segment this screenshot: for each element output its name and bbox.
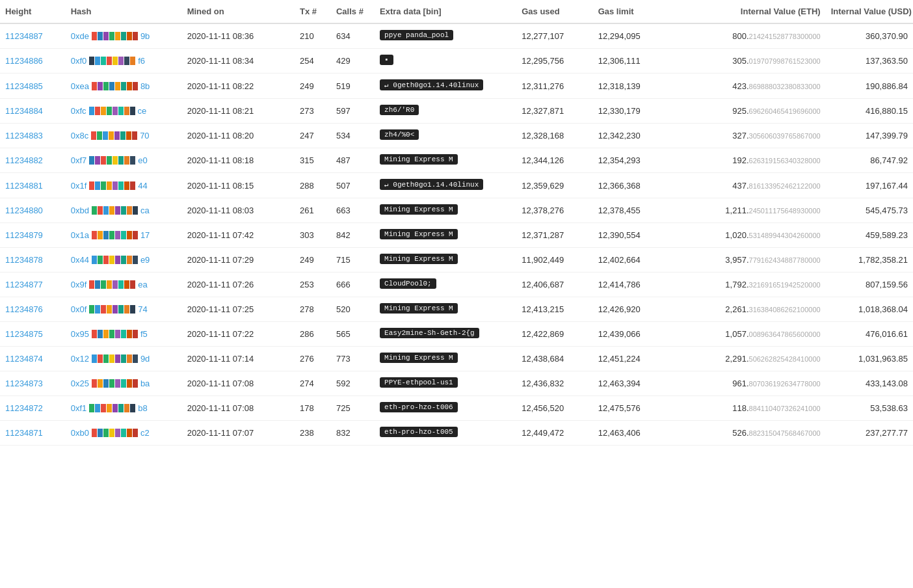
internal-usd-cell: 433,143.08 xyxy=(826,371,913,396)
hash-suffix-link[interactable]: ca xyxy=(140,206,150,215)
hash-suffix-link[interactable]: 17 xyxy=(140,230,150,240)
height-link[interactable]: 11234883 xyxy=(5,131,43,140)
hash-suffix-link[interactable]: 74 xyxy=(138,304,147,314)
hash-color-block xyxy=(101,181,106,190)
table-row: 11234879 0x1a 17 2020-11-11 07:42303842M… xyxy=(0,223,913,248)
hash-suffix-link[interactable]: ea xyxy=(138,280,147,289)
hash-link[interactable]: 0xfc xyxy=(71,106,86,116)
hash-suffix-link[interactable]: e9 xyxy=(140,255,150,265)
hash-link[interactable]: 0xf0 xyxy=(71,56,87,66)
hash-suffix-link[interactable]: c2 xyxy=(140,428,150,438)
height-link[interactable]: 11234886 xyxy=(5,56,43,66)
height-link[interactable]: 11234873 xyxy=(5,379,43,388)
hash-link[interactable]: 0x1f xyxy=(71,181,87,191)
mined-on-cell: 2020-11-11 07:08 xyxy=(182,371,295,396)
internal-eth-cell: 327.305606039765867000 xyxy=(666,124,826,148)
hash-color-block xyxy=(124,107,129,115)
hash-link[interactable]: 0xbd xyxy=(71,206,89,215)
hash-color-block xyxy=(109,354,114,363)
height-link[interactable]: 11234878 xyxy=(5,255,43,265)
hash-suffix-link[interactable]: ba xyxy=(140,379,150,388)
hash-color-block xyxy=(133,206,138,215)
hash-link[interactable]: 0x25 xyxy=(71,379,89,388)
height-link[interactable]: 11234877 xyxy=(5,280,43,289)
hash-color-block xyxy=(124,181,129,190)
height-link[interactable]: 11234871 xyxy=(5,428,43,438)
hash-link[interactable]: 0xb0 xyxy=(71,428,89,438)
hash-visual: 0xea 8b xyxy=(71,81,150,91)
hash-link[interactable]: 0xea xyxy=(71,81,89,91)
gas-used-cell: 12,413,215 xyxy=(516,297,592,322)
eth-main: 118. xyxy=(732,403,748,413)
hash-visual: 0x95 f5 xyxy=(71,329,148,339)
hash-suffix-link[interactable]: f5 xyxy=(140,329,148,339)
hash-link[interactable]: 0x9f xyxy=(71,280,87,289)
height-link[interactable]: 11234880 xyxy=(5,206,43,215)
tx-cell: 253 xyxy=(295,273,331,297)
hash-suffix-link[interactable]: 9d xyxy=(140,354,150,364)
height-link[interactable]: 11234874 xyxy=(5,354,43,364)
hash-color-block xyxy=(133,256,138,264)
calls-cell: 842 xyxy=(331,223,375,248)
hash-suffix-link[interactable]: ce xyxy=(138,106,147,116)
height-link[interactable]: 11234875 xyxy=(5,329,43,339)
hash-color-block xyxy=(95,156,100,165)
hash-suffix-link[interactable]: 8b xyxy=(140,81,150,91)
height-link[interactable]: 11234879 xyxy=(5,230,43,240)
hash-suffix-link[interactable]: 70 xyxy=(140,131,149,140)
extra-data-badge: ppye panda_pool xyxy=(380,30,453,40)
height-link[interactable]: 11234884 xyxy=(5,106,43,116)
internal-eth-cell: 925.696260465419696000 xyxy=(666,99,826,124)
hash-visual: 0x1f 44 xyxy=(71,181,148,191)
internal-usd-cell: 137,363.50 xyxy=(826,49,913,74)
hash-color-block xyxy=(127,256,132,264)
hash-suffix-link[interactable]: e0 xyxy=(138,155,147,165)
hash-link[interactable]: 0x8c xyxy=(71,131,88,140)
gas-used-cell: 12,295,756 xyxy=(516,49,592,74)
table-row: 11234882 0xf7 e0 2020-11-11 08:18315487M… xyxy=(0,148,913,173)
hash-blocks xyxy=(92,231,138,239)
hash-link[interactable]: 0x12 xyxy=(71,354,89,364)
gas-limit-cell: 12,354,293 xyxy=(593,148,666,173)
hash-color-block xyxy=(124,280,129,289)
hash-suffix-link[interactable]: 44 xyxy=(138,181,147,191)
blocks-table: Height Hash Mined on Tx # Calls # Extra … xyxy=(0,0,913,446)
eth-dim: 626319156340328000 xyxy=(749,157,821,165)
hash-color-block xyxy=(127,231,132,239)
hash-suffix-link[interactable]: b8 xyxy=(138,403,147,413)
mined-on-cell: 2020-11-11 07:07 xyxy=(182,421,295,446)
hash-suffix-link[interactable]: 9b xyxy=(140,31,150,41)
height-link[interactable]: 11234872 xyxy=(5,403,43,413)
gas-used-cell: 12,311,276 xyxy=(516,74,592,99)
tx-cell: 315 xyxy=(295,148,331,173)
internal-eth-cell: 961.807036192634778000 xyxy=(666,371,826,396)
height-link[interactable]: 11234887 xyxy=(5,31,43,41)
hash-link[interactable]: 0x95 xyxy=(71,329,89,339)
hash-color-block xyxy=(103,206,109,215)
calls-cell: 487 xyxy=(331,148,375,173)
height-link[interactable]: 11234885 xyxy=(5,81,43,91)
hash-color-block xyxy=(118,156,124,165)
hash-color-block xyxy=(89,181,94,190)
hash-link[interactable]: 0x44 xyxy=(71,255,89,265)
hash-color-block xyxy=(115,82,120,90)
hash-link[interactable]: 0xde xyxy=(71,31,89,41)
height-link[interactable]: 11234882 xyxy=(5,155,43,165)
hash-suffix-link[interactable]: f6 xyxy=(138,56,145,66)
calls-cell: 666 xyxy=(331,273,375,297)
hash-link[interactable]: 0x0f xyxy=(71,304,87,314)
hash-color-block xyxy=(107,57,112,65)
hash-link[interactable]: 0x1a xyxy=(71,230,89,240)
extra-data-badge: CloudPool0; xyxy=(380,278,436,289)
height-link[interactable]: 11234876 xyxy=(5,304,43,314)
hash-link[interactable]: 0xf7 xyxy=(71,155,87,165)
hash-blocks xyxy=(92,330,138,338)
height-link[interactable]: 11234881 xyxy=(5,181,43,191)
eth-main: 327. xyxy=(732,131,748,140)
hash-link[interactable]: 0xf1 xyxy=(71,403,87,413)
internal-eth-cell: 2,261.316384086262100000 xyxy=(666,297,826,322)
calls-cell: 429 xyxy=(331,49,375,74)
table-row: 11234881 0x1f 44 2020-11-11 08:15288507↵… xyxy=(0,173,913,198)
internal-usd-cell: 86,747.92 xyxy=(826,148,913,173)
mined-on-cell: 2020-11-11 07:26 xyxy=(182,273,295,297)
